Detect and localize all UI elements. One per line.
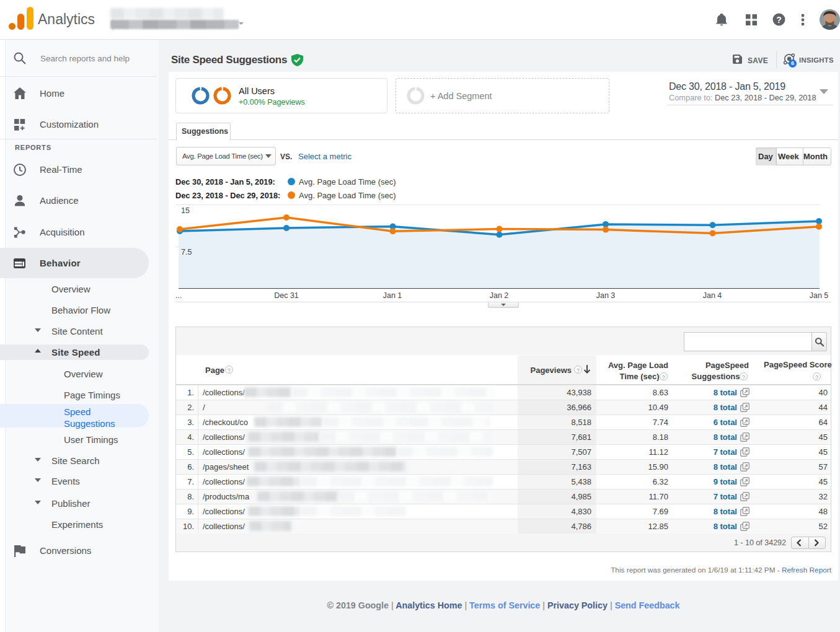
svg-text:15: 15 — [181, 206, 190, 215]
svg-text:?: ? — [776, 15, 782, 25]
svg-text:...: ... — [175, 291, 182, 300]
svg-text:7.5: 7.5 — [181, 248, 192, 257]
svg-text:Dec 31: Dec 31 — [274, 291, 299, 300]
svg-text:Jan 3: Jan 3 — [596, 291, 616, 300]
svg-text:Jan 4: Jan 4 — [703, 291, 722, 300]
svg-text:Jan 1: Jan 1 — [383, 291, 402, 300]
svg-text:Jan 5: Jan 5 — [810, 291, 829, 300]
svg-text:Jan 2: Jan 2 — [490, 291, 509, 300]
